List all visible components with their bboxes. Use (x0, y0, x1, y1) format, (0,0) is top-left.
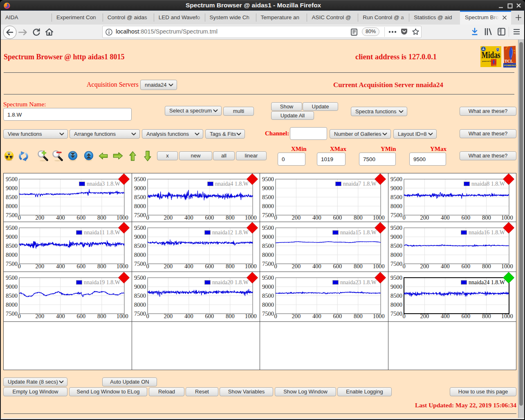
svg-text:0: 0 (274, 313, 277, 319)
svg-text:200: 200 (36, 263, 45, 270)
svg-text:0: 0 (146, 313, 149, 319)
svg-text:1000: 1000 (501, 263, 513, 270)
svg-text:1000: 1000 (245, 313, 257, 319)
svg-text:200: 200 (292, 313, 301, 319)
svg-text:1000: 1000 (373, 214, 385, 221)
svg-text:600: 600 (76, 313, 85, 319)
svg-text:7500: 7500 (6, 212, 18, 218)
svg-text:400: 400 (312, 263, 321, 270)
svg-text:200: 200 (36, 214, 45, 221)
svg-text:0: 0 (274, 214, 277, 221)
svg-text:400: 400 (441, 214, 450, 221)
svg-text:800: 800 (97, 263, 106, 270)
svg-text:800: 800 (482, 263, 491, 270)
svg-text:0: 0 (18, 263, 20, 270)
svg-text:8000: 8000 (6, 203, 18, 209)
svg-text:600: 600 (461, 263, 470, 270)
svg-text:600: 600 (333, 313, 342, 319)
svg-text:8000: 8000 (262, 203, 274, 209)
svg-text:7500: 7500 (390, 310, 402, 317)
svg-text:200: 200 (420, 214, 429, 221)
svg-text:800: 800 (354, 313, 363, 319)
svg-text:9500: 9500 (134, 225, 146, 231)
svg-text:400: 400 (312, 313, 321, 319)
svg-text:0: 0 (274, 263, 277, 270)
svg-text:600: 600 (205, 214, 214, 221)
svg-text:9500: 9500 (6, 225, 18, 231)
svg-text:600: 600 (461, 214, 470, 221)
svg-text:600: 600 (333, 214, 342, 221)
svg-text:1000: 1000 (245, 214, 257, 221)
svg-text:8000: 8000 (262, 301, 274, 308)
svg-text:8000: 8000 (134, 252, 146, 258)
svg-text:200: 200 (292, 214, 301, 221)
svg-text:8500: 8500 (6, 292, 18, 299)
svg-text:200: 200 (292, 263, 301, 270)
svg-text:8500: 8500 (6, 194, 18, 200)
svg-text:powered by: powered by (482, 60, 492, 62)
svg-text:1000: 1000 (117, 313, 128, 319)
svg-text:400: 400 (184, 263, 193, 270)
svg-text:400: 400 (441, 263, 450, 270)
svg-text:7500: 7500 (262, 261, 274, 267)
svg-text:400: 400 (441, 313, 450, 319)
svg-text:9000: 9000 (134, 234, 146, 240)
svg-text:7500: 7500 (390, 212, 402, 218)
svg-text:8000: 8000 (390, 203, 402, 209)
svg-text:600: 600 (461, 313, 470, 319)
svg-text:9000: 9000 (6, 185, 18, 191)
svg-text:800: 800 (226, 313, 235, 319)
svg-text:8500: 8500 (134, 292, 146, 299)
svg-text:9500: 9500 (262, 176, 274, 182)
svg-text:7500: 7500 (134, 310, 146, 317)
svg-text:9500: 9500 (262, 225, 274, 231)
svg-text:8500: 8500 (134, 194, 146, 200)
svg-text:8500: 8500 (390, 243, 402, 249)
svg-text:400: 400 (56, 214, 65, 221)
svg-text:0: 0 (402, 313, 405, 319)
svg-text:600: 600 (205, 263, 214, 270)
svg-text:800: 800 (226, 263, 235, 270)
svg-text:9000: 9000 (134, 283, 146, 290)
svg-text:400: 400 (56, 263, 65, 270)
svg-text:0: 0 (18, 313, 20, 319)
svg-text:8500: 8500 (390, 292, 402, 299)
svg-text:0: 0 (146, 214, 149, 221)
svg-text:800: 800 (482, 214, 491, 221)
svg-text:1000: 1000 (117, 214, 128, 221)
svg-text:8000: 8000 (390, 301, 402, 308)
svg-text:8500: 8500 (6, 243, 18, 249)
svg-text:7500: 7500 (6, 261, 18, 267)
svg-text:8500: 8500 (134, 243, 146, 249)
svg-text:9500: 9500 (6, 274, 18, 281)
svg-text:8500: 8500 (262, 194, 274, 200)
svg-text:7500: 7500 (390, 261, 402, 267)
svg-text:9000: 9000 (390, 185, 402, 191)
svg-text:8500: 8500 (390, 194, 402, 200)
svg-text:9500: 9500 (390, 176, 402, 182)
svg-text:800: 800 (97, 313, 106, 319)
svg-text:8500: 8500 (262, 243, 274, 249)
svg-text:600: 600 (76, 263, 85, 270)
svg-text:0: 0 (146, 263, 149, 270)
svg-text:9000: 9000 (6, 234, 18, 240)
svg-text:800: 800 (482, 313, 491, 319)
svg-text:Midas: Midas (482, 50, 500, 60)
svg-text:9000: 9000 (390, 283, 402, 290)
svg-text:POWER: POWER (492, 65, 497, 66)
svg-text:200: 200 (164, 313, 173, 319)
svg-text:7500: 7500 (262, 310, 274, 317)
svg-text:9500: 9500 (390, 225, 402, 231)
svg-text:8000: 8000 (6, 301, 18, 308)
svg-text:400: 400 (184, 313, 193, 319)
svg-text:0: 0 (402, 263, 405, 270)
svg-text:9500: 9500 (262, 274, 274, 281)
svg-text:600: 600 (205, 313, 214, 319)
svg-text:POWERED: POWERED (504, 64, 517, 67)
svg-text:7500: 7500 (262, 212, 274, 218)
svg-text:8000: 8000 (262, 252, 274, 258)
svg-text:8000: 8000 (134, 203, 146, 209)
svg-text:600: 600 (76, 214, 85, 221)
svg-text:0: 0 (402, 214, 405, 221)
svg-text:400: 400 (56, 313, 65, 319)
